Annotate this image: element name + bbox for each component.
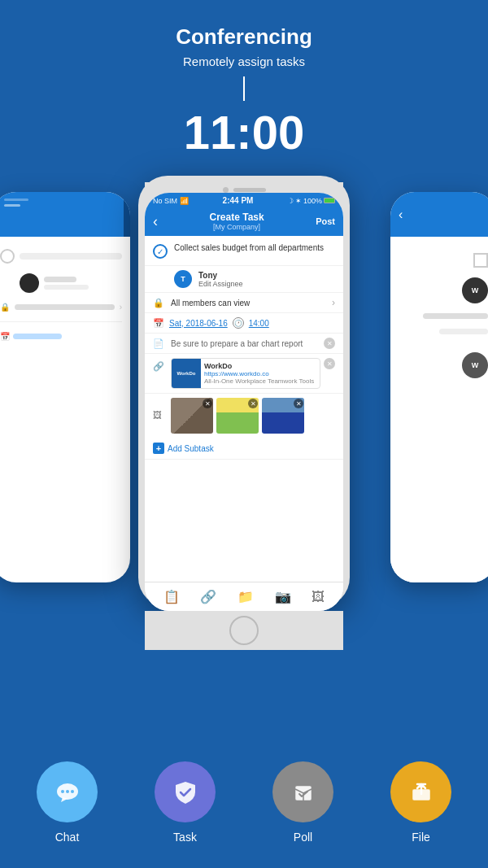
toolbar-folder-icon[interactable]: 📁: [237, 589, 254, 604]
status-right: ☽ ✶ 100%: [287, 197, 335, 205]
date-text[interactable]: Sat, 2018-06-16: [169, 319, 228, 328]
phone-center: No SIM 📶 2:44 PM ☽ ✶ 100% ‹ Create Task …: [138, 176, 350, 607]
home-button[interactable]: [229, 616, 259, 645]
assignee-info: Tony Edit Assignee: [198, 271, 243, 288]
bottom-features: Chat Task Poll: [0, 745, 488, 868]
link-row: 🔗 WorkDo WorkDo https://www.workdo.co Al…: [145, 354, 343, 394]
privacy-row[interactable]: 🔒 All members can view ›: [145, 293, 343, 313]
svg-point-3: [66, 790, 69, 793]
moon-icon: ☽: [287, 197, 294, 205]
file-circle[interactable]: [390, 761, 451, 822]
toolbar-link-icon[interactable]: 🔗: [200, 589, 216, 604]
chat-circle[interactable]: [37, 761, 98, 822]
file-icon: [407, 778, 436, 807]
toolbar-note-icon[interactable]: 📋: [163, 589, 180, 604]
wifi-icon: 📶: [180, 197, 189, 205]
privacy-text: All members can view: [171, 299, 332, 308]
image-remove-3[interactable]: ✕: [294, 399, 303, 408]
status-time: 2:44 PM: [223, 196, 254, 205]
nav-title-main: Create Task: [210, 212, 264, 223]
image-placeholder-icon: 🖼: [153, 410, 164, 421]
link-info: WorkDo https://www.workdo.co All-In-One …: [201, 360, 320, 386]
carrier-text: No SIM: [153, 197, 177, 205]
privacy-icon: 🔒: [153, 298, 164, 308]
add-subtask-row[interactable]: + Add Subtask: [145, 438, 343, 460]
phone-screen: No SIM 📶 2:44 PM ☽ ✶ 100% ‹ Create Task …: [145, 193, 343, 611]
image-thumb-1[interactable]: ✕: [171, 398, 213, 434]
link-url: https://www.workdo.co: [204, 370, 316, 377]
phones-container: 🔒 › 📅 No SIM 📶 2:44 PM: [0, 176, 488, 631]
assignee-edit: Edit Assignee: [198, 280, 243, 288]
task-circle[interactable]: [155, 761, 216, 822]
link-card[interactable]: WorkDo WorkDo https://www.workdo.co All-…: [171, 358, 320, 389]
header-title: Conferencing: [16, 24, 472, 50]
date-row[interactable]: 📅 Sat, 2018-06-16 🕐 14:00: [145, 313, 343, 334]
calendar-icon: 📅: [153, 318, 164, 329]
task-label: Task: [173, 831, 197, 844]
task-description-text: Collect sales budget from all department…: [174, 242, 324, 253]
time-text[interactable]: 14:00: [249, 319, 269, 328]
note-text: Be sure to prepare a bar chart report: [171, 339, 324, 348]
clock-icon: 🕐: [233, 317, 244, 329]
add-subtask-label: Add Subtask: [168, 444, 214, 453]
feature-file[interactable]: File: [390, 761, 451, 844]
poll-label: Poll: [294, 831, 312, 844]
privacy-arrow: ›: [332, 297, 335, 308]
phone-speaker: [233, 188, 266, 192]
task-description-row: Collect sales budget from all department…: [145, 236, 343, 266]
status-bar: No SIM 📶 2:44 PM ☽ ✶ 100%: [145, 193, 343, 207]
phone-toolbar: 📋 🔗 📁 📷 🖼: [145, 582, 343, 611]
nav-bar: ‹ Create Task [My Company] Post: [145, 207, 343, 236]
assignee-row[interactable]: T Tony Edit Assignee: [145, 266, 343, 293]
image-thumb-2[interactable]: ✕: [216, 398, 259, 434]
image-remove-1[interactable]: ✕: [203, 399, 212, 408]
assignee-avatar: T: [174, 270, 192, 288]
back-button[interactable]: ‹: [153, 213, 158, 230]
poll-circle[interactable]: [272, 761, 333, 822]
bt-icon: ✶: [295, 197, 302, 205]
header-subtitle: Remotely assign tasks: [16, 55, 472, 68]
battery-text: 100%: [303, 197, 322, 205]
svg-point-4: [71, 790, 74, 793]
link-desc: All-In-One Workplace Teamwork Tools: [204, 377, 316, 385]
chat-icon: [53, 778, 82, 807]
add-subtask-button[interactable]: + Add Subtask: [153, 443, 214, 454]
header: Conferencing Remotely assign tasks: [0, 0, 488, 76]
status-left: No SIM 📶: [153, 197, 189, 205]
image-thumb-3[interactable]: ✕: [262, 398, 304, 434]
phone-right: ‹ W W: [390, 192, 488, 582]
nav-title-company: [My Company]: [210, 223, 264, 231]
phone-home-area: [145, 611, 343, 650]
feature-task[interactable]: Task: [155, 761, 216, 844]
toolbar-image-icon[interactable]: 🖼: [312, 590, 325, 604]
poll-icon: [289, 778, 318, 807]
phone-camera: [223, 187, 229, 193]
time-display: 11:00: [0, 105, 488, 159]
feature-poll[interactable]: Poll: [272, 761, 333, 844]
link-thumbnail: WorkDo: [172, 359, 201, 388]
file-label: File: [412, 831, 430, 844]
phone-left: 🔒 › 📅: [0, 192, 130, 582]
toolbar-camera-icon[interactable]: 📷: [275, 589, 291, 604]
feature-chat[interactable]: Chat: [37, 761, 98, 844]
post-button[interactable]: Post: [316, 216, 335, 226]
battery-icon: [324, 198, 335, 203]
note-icon: 📄: [153, 338, 164, 349]
link-icon: 🔗: [153, 361, 164, 372]
plus-icon: +: [153, 443, 164, 454]
chat-label: Chat: [55, 831, 80, 844]
phone-notch: [145, 182, 343, 193]
image-remove-2[interactable]: ✕: [248, 399, 258, 408]
svg-point-2: [61, 790, 64, 793]
task-icon: [171, 778, 200, 807]
link-clear-button[interactable]: ✕: [324, 358, 335, 369]
link-title: WorkDo: [204, 362, 316, 370]
phone-content: Collect sales budget from all department…: [145, 236, 343, 582]
connector-line: [243, 76, 245, 101]
nav-title: Create Task [My Company]: [210, 212, 264, 231]
note-row[interactable]: 📄 Be sure to prepare a bar chart report …: [145, 334, 343, 354]
images-row: 🖼 ✕ ✕ ✕: [145, 394, 343, 438]
note-clear-button[interactable]: ✕: [324, 338, 335, 349]
assignee-name: Tony: [198, 271, 243, 280]
task-check-icon[interactable]: [153, 244, 168, 259]
